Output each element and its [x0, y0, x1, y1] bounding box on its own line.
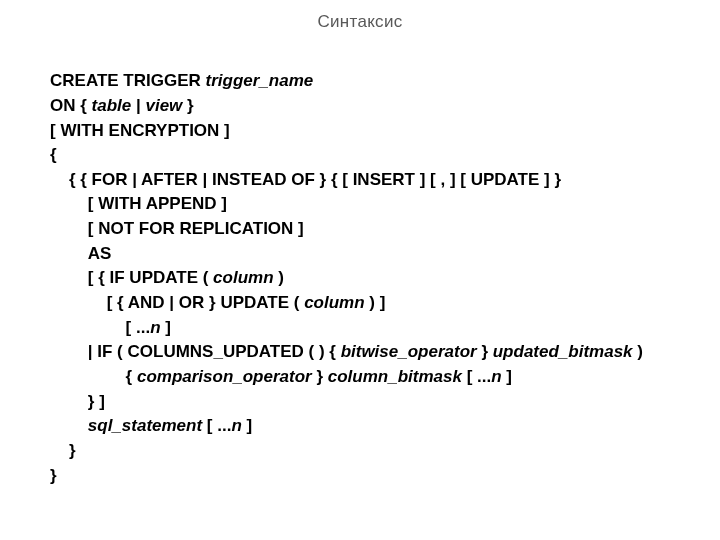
ph-table: table [92, 96, 132, 115]
pad [50, 293, 107, 312]
pad [50, 342, 88, 361]
pad [50, 392, 88, 411]
ph-n: n [231, 416, 241, 435]
pad [50, 219, 88, 238]
brace-close: } [69, 441, 76, 460]
ph-trigger-name: trigger_name [206, 71, 314, 90]
kw-with-append: [ WITH APPEND ] [88, 194, 227, 213]
paren-close: ) [274, 268, 284, 287]
paren-bracket-close: ) ] [365, 293, 386, 312]
kw-not-replication: [ NOT FOR REPLICATION ] [88, 219, 304, 238]
paren-close: ) [633, 342, 643, 361]
bracket-close: ] [502, 367, 512, 386]
ph-n: n [491, 367, 501, 386]
bracket-open-dots: [ ... [126, 318, 151, 337]
ph-column: column [213, 268, 273, 287]
ph-updated-bitmask: updated_bitmask [493, 342, 633, 361]
ph-column: column [304, 293, 364, 312]
ph-view: view [145, 96, 182, 115]
pad [50, 441, 69, 460]
pad [50, 194, 88, 213]
page-title: Синтаксис [50, 10, 670, 35]
kw-on: ON { [50, 96, 92, 115]
kw-create-trigger: CREATE TRIGGER [50, 71, 206, 90]
kw-and-or-update: [ { AND | OR } UPDATE ( [107, 293, 304, 312]
pad [50, 244, 88, 263]
pad [50, 416, 88, 435]
brace-close: } [182, 96, 193, 115]
ph-column-bitmask: column_bitmask [328, 367, 462, 386]
brace-close-outer: } [50, 466, 57, 485]
bracket-close: ] [161, 318, 171, 337]
kw-if-columns-updated: | IF ( COLUMNS_UPDATED ( ) { [88, 342, 341, 361]
sep-pipe: | [131, 96, 145, 115]
kw-if-update: [ { IF UPDATE ( [88, 268, 213, 287]
kw-as: AS [88, 244, 112, 263]
pad [50, 318, 126, 337]
brace-close-space: } [312, 367, 328, 386]
brace-bracket-close: } ] [88, 392, 105, 411]
ph-n: n [150, 318, 160, 337]
bracket-close: ] [242, 416, 252, 435]
brace-open: { [126, 367, 137, 386]
syntax-block: CREATE TRIGGER trigger_name ON { table |… [50, 45, 670, 489]
ph-sql-statement: sql_statement [88, 416, 202, 435]
pad [50, 268, 88, 287]
pad [50, 367, 126, 386]
brace-open: { [50, 145, 57, 164]
ph-bitwise-operator: bitwise_operator [341, 342, 477, 361]
bracket-dots: [ ... [462, 367, 491, 386]
ph-comparison-operator: comparison_operator [137, 367, 312, 386]
brace-close-space: } [477, 342, 493, 361]
bracket-dots: [ ... [202, 416, 231, 435]
kw-with-encryption: [ WITH ENCRYPTION ] [50, 121, 230, 140]
pad [50, 170, 69, 189]
kw-for-after: { { FOR | AFTER | INSTEAD OF } { [ INSER… [69, 170, 561, 189]
